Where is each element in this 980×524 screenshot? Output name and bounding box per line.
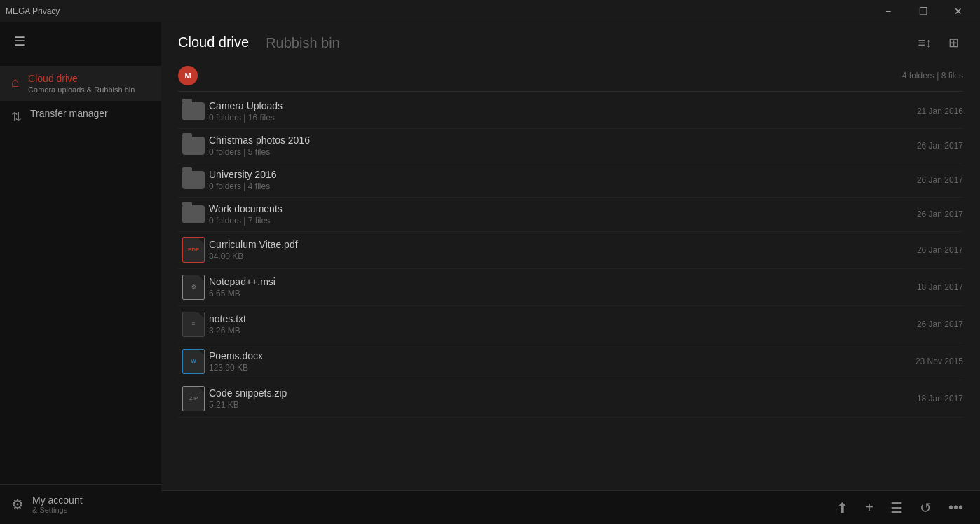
file-meta: 0 folders | 7 files (209, 216, 879, 226)
file-info: Christmas photos 2016 0 folders | 5 file… (209, 135, 879, 157)
file-list-container: M 4 folders | 8 files Camera Uploads 0 f… (161, 60, 980, 490)
file-name: Camera Uploads (209, 100, 879, 111)
file-icon-wrap (178, 171, 209, 189)
sidebar-item-transfer-manager[interactable]: ⇅ Transfer manager (0, 101, 161, 132)
file-meta: 0 folders | 16 files (209, 113, 879, 123)
titlebar: MEGA Privacy − ❐ ✕ (0, 0, 980, 22)
more-button[interactable]: ••• (943, 494, 969, 521)
sort-button[interactable]: ≡↕ (913, 33, 936, 53)
file-meta: 3.26 MB (209, 326, 879, 336)
titlebar-left: MEGA Privacy (6, 6, 60, 16)
txt-icon: ≡ (182, 312, 205, 337)
file-name: Notepad++.msi (209, 276, 879, 287)
file-date: 26 Jan 2017 (879, 209, 963, 219)
file-list: Camera Uploads 0 folders | 16 files 21 J… (178, 95, 963, 418)
file-date: 26 Jan 2017 (879, 175, 963, 185)
file-name: Curriculum Vitae.pdf (209, 239, 879, 250)
file-meta: 5.21 KB (209, 400, 879, 410)
file-date: 21 Jan 2016 (879, 106, 963, 116)
file-row[interactable]: University 2016 0 folders | 4 files 26 J… (178, 163, 963, 198)
file-info: notes.txt 3.26 MB (209, 313, 879, 336)
file-row[interactable]: Camera Uploads 0 folders | 16 files 21 J… (178, 95, 963, 129)
file-name: Work documents (209, 203, 879, 214)
sidebar-transfer-text: Transfer manager (30, 108, 108, 119)
file-date: 18 Jan 2017 (879, 282, 963, 292)
mega-logo: M (178, 66, 198, 85)
folder-icon (182, 171, 205, 189)
file-meta: 0 folders | 4 files (209, 181, 879, 191)
file-icon-wrap: PDF (178, 237, 209, 263)
file-icon-wrap: ≡ (178, 312, 209, 337)
file-name: University 2016 (209, 169, 879, 180)
file-info: University 2016 0 folders | 4 files (209, 169, 879, 191)
sidebar-top: ☰ (0, 22, 161, 60)
file-row[interactable]: ⚙ Notepad++.msi 6.65 MB 18 Jan 2017 (178, 269, 963, 306)
zip-icon: ZIP (182, 386, 205, 411)
sidebar-nav: ⌂ Cloud drive Camera uploads & Rubbish b… (0, 60, 161, 484)
upload-button[interactable]: ⬆ (831, 494, 854, 522)
maximize-button[interactable]: ❐ (907, 1, 939, 22)
titlebar-controls: − ❐ ✕ (872, 1, 974, 22)
sidebar: ☰ ⌂ Cloud drive Camera uploads & Rubbish… (0, 22, 161, 524)
msi-icon: ⚙ (182, 275, 205, 300)
file-icon-wrap: ⚙ (178, 275, 209, 300)
main-header: Cloud drive Rubbish bin ≡↕ ⊞ (161, 22, 980, 60)
close-button[interactable]: ✕ (942, 1, 974, 22)
list-header-icon: M (178, 66, 206, 85)
file-icon-wrap (178, 205, 209, 223)
file-date: 23 Nov 2015 (879, 357, 963, 366)
tab-cloud-drive[interactable]: Cloud drive (178, 34, 249, 59)
file-meta: 123.90 KB (209, 363, 879, 373)
app-title: MEGA Privacy (6, 6, 60, 16)
toolbar-right: ≡↕ ⊞ (913, 32, 963, 60)
file-row[interactable]: Christmas photos 2016 0 folders | 5 file… (178, 129, 963, 163)
sidebar-cloud-drive-sublabel: Camera uploads & Rubbish bin (28, 85, 135, 94)
file-meta: 6.65 MB (209, 289, 879, 298)
main-content: Cloud drive Rubbish bin ≡↕ ⊞ M 4 folders… (161, 22, 980, 524)
file-date: 26 Jan 2017 (879, 245, 963, 255)
folder-icon (182, 102, 205, 120)
file-row[interactable]: PDF Curriculum Vitae.pdf 84.00 KB 26 Jan… (178, 232, 963, 269)
file-name: Christmas photos 2016 (209, 135, 879, 146)
sidebar-account-settings[interactable]: ⚙ My account & Settings (0, 484, 161, 524)
minimize-button[interactable]: − (872, 1, 904, 22)
sidebar-transfer-label: Transfer manager (30, 108, 108, 119)
file-name: notes.txt (209, 313, 879, 324)
file-row[interactable]: ≡ notes.txt 3.26 MB 26 Jan 2017 (178, 306, 963, 343)
file-name: Poems.docx (209, 350, 879, 361)
account-main-label: My account (32, 495, 83, 506)
sidebar-cloud-drive-label: Cloud drive (28, 73, 135, 84)
hamburger-button[interactable]: ☰ (11, 31, 28, 52)
file-date: 18 Jan 2017 (879, 394, 963, 404)
file-icon-wrap (178, 102, 209, 120)
file-date: 26 Jan 2017 (879, 141, 963, 151)
home-icon: ⌂ (11, 74, 20, 90)
file-info: Work documents 0 folders | 7 files (209, 203, 879, 226)
file-row[interactable]: Work documents 0 folders | 7 files 26 Ja… (178, 198, 963, 232)
pdf-icon: PDF (182, 237, 205, 263)
file-row[interactable]: ZIP Code snippets.zip 5.21 KB 18 Jan 201… (178, 380, 963, 418)
folder-icon (182, 205, 205, 223)
file-name: Code snippets.zip (209, 387, 879, 399)
file-row[interactable]: W Poems.docx 123.90 KB 23 Nov 2015 (178, 343, 963, 380)
account-sub-label: & Settings (32, 506, 83, 514)
sync-button[interactable]: ↺ (914, 494, 937, 522)
file-info: Poems.docx 123.90 KB (209, 350, 879, 373)
bottom-toolbar: ⬆ + ☰ ↺ ••• (161, 490, 980, 524)
add-button[interactable]: + (859, 494, 879, 521)
sidebar-item-cloud-drive[interactable]: ⌂ Cloud drive Camera uploads & Rubbish b… (0, 66, 161, 101)
list-view-button[interactable]: ☰ (885, 494, 908, 522)
docx-icon: W (182, 349, 205, 374)
file-icon-wrap: ZIP (178, 386, 209, 411)
tab-rubbish-bin[interactable]: Rubbish bin (266, 35, 340, 58)
grid-view-button[interactable]: ⊞ (944, 32, 963, 53)
sidebar-cloud-drive-text: Cloud drive Camera uploads & Rubbish bin (28, 73, 135, 94)
list-header-meta: 4 folders | 8 files (823, 71, 963, 81)
list-header: M 4 folders | 8 files (178, 60, 963, 92)
file-info: Notepad++.msi 6.65 MB (209, 276, 879, 298)
settings-icon: ⚙ (11, 496, 24, 513)
file-meta: 84.00 KB (209, 251, 879, 261)
account-text: My account & Settings (32, 495, 83, 514)
file-info: Curriculum Vitae.pdf 84.00 KB (209, 239, 879, 261)
file-icon-wrap: W (178, 349, 209, 374)
